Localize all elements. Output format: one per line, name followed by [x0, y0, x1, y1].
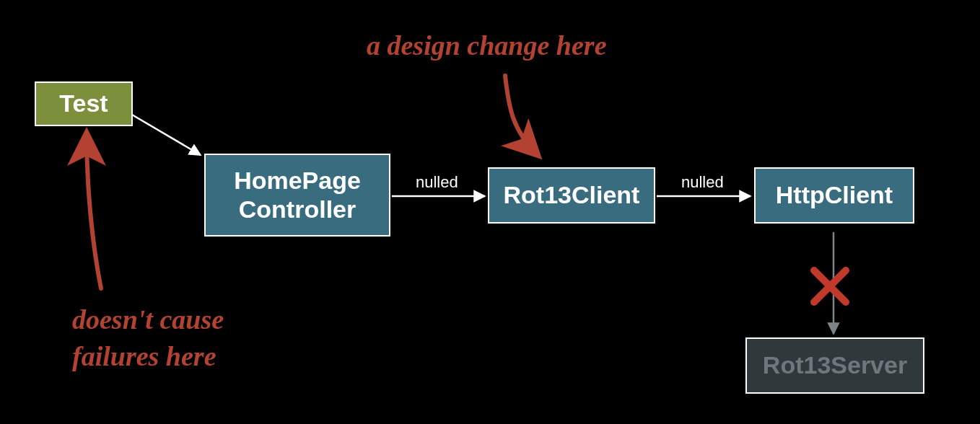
node-rot13client-label: Rot13Client: [504, 181, 640, 209]
diagram-stage: Test HomePage Controller Rot13Client Htt…: [0, 0, 980, 424]
annotation-top: a design change here: [367, 27, 607, 64]
node-rot13server-label: Rot13Server: [763, 351, 907, 379]
node-controller-label: HomePage Controller: [216, 167, 379, 223]
svg-line-1: [814, 270, 846, 302]
node-test-label: Test: [59, 89, 108, 118]
edge-test-to-controller: [127, 112, 201, 155]
node-httpclient: HttpClient: [754, 167, 914, 224]
edge-label-rot13-http: nulled: [681, 173, 724, 192]
node-rot13server: Rot13Server: [745, 337, 924, 394]
blocked-x-icon: [814, 270, 846, 302]
edge-label-controller-rot13: nulled: [416, 173, 458, 192]
node-controller: HomePage Controller: [204, 154, 390, 237]
node-test: Test: [35, 81, 133, 126]
node-httpclient-label: HttpClient: [776, 181, 893, 209]
annotation-arrow-top: [505, 76, 538, 155]
svg-line-0: [814, 270, 846, 302]
annotation-bottom: doesn't cause failures here: [72, 301, 224, 376]
node-rot13client: Rot13Client: [488, 167, 655, 224]
annotation-arrow-bottom: [87, 133, 101, 288]
